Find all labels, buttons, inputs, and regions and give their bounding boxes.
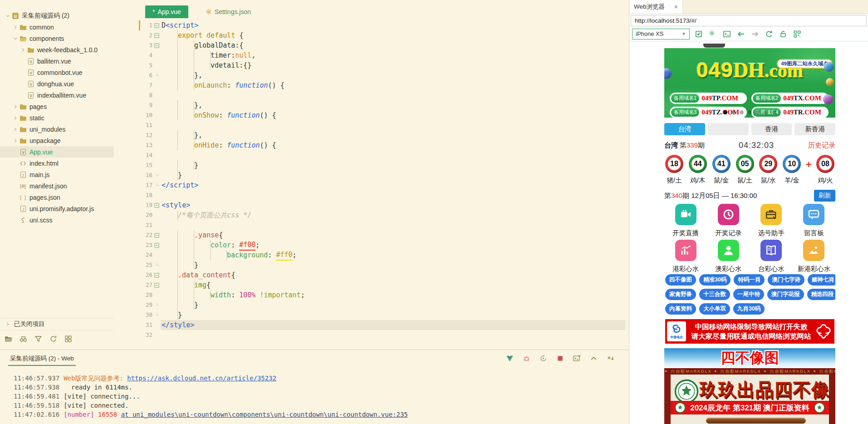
code-line[interactable]: 13onHide: function() {	[114, 140, 625, 150]
carousel-dot[interactable]	[748, 110, 752, 114]
folder-open-tb-icon[interactable]	[5, 335, 13, 343]
back-icon[interactable]	[737, 30, 745, 38]
app-shortcut[interactable]: 台彩心水	[750, 240, 793, 273]
region-tab[interactable]: 香港	[751, 123, 792, 135]
tree-item[interactable]: unpackage	[0, 135, 114, 146]
code-line[interactable]: 30}	[114, 310, 625, 320]
refresh-button[interactable]: 刷新	[814, 190, 835, 202]
pill-button[interactable]: 特码一肖	[734, 274, 765, 286]
tree-item[interactable]: common	[0, 21, 114, 33]
carousel-dot[interactable]	[723, 110, 727, 114]
device-select[interactable]: iPhone XS ▼	[632, 29, 690, 39]
carousel-dot[interactable]	[731, 110, 736, 114]
carousel-dot[interactable]	[764, 110, 768, 114]
tree-item[interactable]: Vindexballitem.vue	[0, 89, 114, 101]
code-line[interactable]: 1D<script>	[114, 20, 625, 30]
code-line[interactable]: 8	[114, 90, 625, 100]
tree-item[interactable]: static	[0, 112, 114, 123]
fold-minus-icon[interactable]	[152, 273, 161, 278]
qr-icon[interactable]	[793, 30, 801, 38]
pill-button[interactable]: 内幕资料	[665, 303, 696, 315]
code-line[interactable]: 23color: #f00;	[114, 240, 625, 250]
code-line[interactable]: 17</script>	[114, 180, 625, 190]
closed-projects-row[interactable]: 已关闭项目	[0, 318, 114, 330]
browser-tab[interactable]: Web浏览器 ×	[629, 0, 683, 14]
gear-icon[interactable]	[709, 30, 717, 38]
tree-item[interactable]: week-feedback_1.0.0	[0, 44, 114, 55]
chevron-right-icon[interactable]	[11, 137, 19, 144]
code-line[interactable]: 4timer:null,	[114, 50, 625, 60]
pill-button[interactable]: 九肖30码	[733, 303, 765, 315]
external-icon[interactable]	[695, 30, 703, 38]
console-box-icon[interactable]	[723, 30, 731, 38]
binoculars-icon[interactable]	[20, 335, 28, 343]
pill-button[interactable]: 赌神七肖	[808, 274, 835, 286]
backup-domain[interactable]: 备用域名2049TX.COM	[751, 93, 829, 104]
region-tab[interactable]	[708, 123, 749, 135]
app-shortcut[interactable]: 开奖记录	[707, 204, 750, 237]
pill-button[interactable]: 精准30码	[699, 274, 731, 286]
code-line[interactable]: 27img{	[114, 280, 625, 290]
chevron-right-icon[interactable]	[19, 46, 27, 54]
tree-item[interactable]: Vdonghua.vue	[0, 78, 114, 89]
history-link[interactable]: 历史记录	[808, 141, 835, 150]
stop-icon[interactable]	[556, 355, 564, 362]
forward-icon[interactable]	[751, 30, 759, 38]
code-line[interactable]: 22.yanse{	[114, 230, 625, 240]
code-line[interactable]: 3globalData:{	[114, 40, 625, 50]
fold-minus-icon[interactable]	[152, 283, 161, 288]
bug-icon[interactable]	[523, 355, 530, 362]
code-line[interactable]: 31</style>	[114, 320, 625, 330]
lock-icon[interactable]	[779, 30, 787, 38]
code-line[interactable]: 29}	[114, 300, 625, 310]
region-tab[interactable]: 新香港	[794, 123, 835, 135]
code-line[interactable]: 26.data_content{	[114, 270, 625, 280]
fold-minus-icon[interactable]	[152, 243, 161, 248]
tree-item[interactable]: VApp.vue	[0, 146, 114, 158]
carousel-dots[interactable]	[664, 110, 835, 114]
code-line[interactable]: 6},	[114, 70, 625, 80]
code-line[interactable]: 12},	[114, 130, 625, 140]
carousel-dot[interactable]	[740, 110, 744, 114]
fold-minus-icon[interactable]	[152, 33, 161, 38]
close-icon[interactable]: ×	[674, 3, 678, 10]
chevron-right-icon[interactable]	[11, 114, 19, 122]
url-input[interactable]: http://localhost:5173/#/	[631, 15, 867, 26]
code-line[interactable]: 25}	[114, 260, 625, 270]
tree-item[interactable]: []pages.json	[0, 192, 114, 203]
code-line[interactable]: 5vdetail:{}	[114, 60, 625, 70]
app-shortcut[interactable]: 澳彩心水	[707, 240, 750, 273]
pill-button[interactable]: 澳门字花报	[767, 289, 804, 300]
region-tab[interactable]: 台湾	[664, 123, 705, 135]
pill-button[interactable]: 一尾中特	[733, 289, 764, 300]
tree-item[interactable]: []manifest.json	[0, 180, 114, 192]
sync-icon[interactable]	[49, 335, 58, 343]
pill-button[interactable]: 四不像图	[665, 274, 696, 286]
fold-minus-icon[interactable]	[152, 23, 161, 28]
grid-icon[interactable]	[64, 335, 73, 343]
code-line[interactable]: 2export default {	[114, 30, 625, 40]
vue-logo-icon[interactable]	[506, 355, 514, 362]
app-shortcut[interactable]: 开奖直播	[664, 204, 707, 237]
pill-button[interactable]: 澳门七字诗	[768, 274, 804, 286]
tree-item[interactable]: uni_modules	[0, 123, 114, 135]
code-line[interactable]: 11	[114, 120, 625, 130]
code-line[interactable]: 28width: 100% !important;	[114, 290, 625, 300]
pill-button[interactable]: 十三合数	[699, 289, 730, 300]
code-line[interactable]: 9},	[114, 100, 625, 110]
app-shortcut[interactable]: 港彩心水	[664, 240, 707, 273]
site-banner[interactable]: 049DH.com 49图库二站永久域名 备用域名1049TP.COM备用域名2…	[664, 48, 835, 118]
collapse-icon[interactable]	[590, 355, 598, 362]
tree-item[interactable]: uni.scss	[0, 214, 114, 226]
pill-button[interactable]: 家禽野兽	[665, 289, 696, 300]
carousel-dot[interactable]	[756, 110, 760, 114]
tree-item[interactable]: components	[0, 33, 114, 44]
code-area[interactable]: 1D<script>2export default {3globalData:{…	[114, 20, 625, 340]
funnel-icon[interactable]	[34, 335, 43, 343]
code-line[interactable]: 24background: #ff0;	[114, 250, 625, 260]
code-line[interactable]: 7onLaunch: function() {	[114, 80, 625, 90]
close-panel-icon[interactable]	[607, 355, 614, 362]
sibuxiang-image[interactable]: ✦ 六合彩MARKDLX ✦ 六合彩MARKDLX ✦ 六合彩MARKDLX ✦…	[664, 368, 835, 424]
reload-icon[interactable]	[765, 30, 773, 38]
pill-button[interactable]: 大小单双	[699, 303, 730, 315]
